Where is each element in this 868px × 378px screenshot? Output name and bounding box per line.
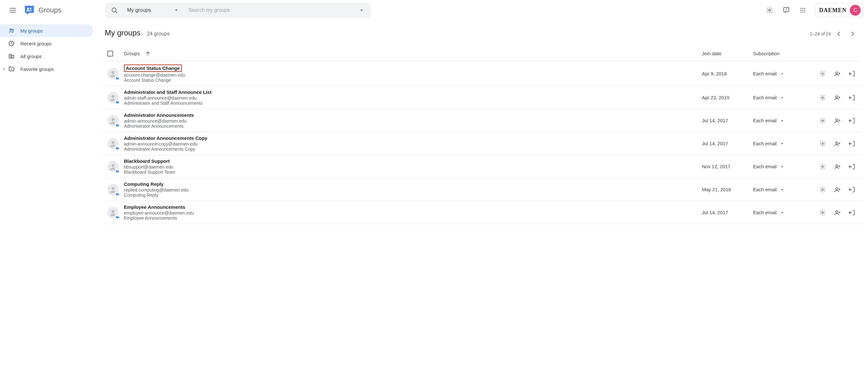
subscription-value: Each email	[753, 164, 777, 169]
search-scope-selector[interactable]: My groups	[121, 3, 185, 18]
search-options-button[interactable]	[355, 4, 368, 17]
sidebar-item-recent-groups[interactable]: Recent groups	[0, 37, 93, 50]
person-add-icon	[834, 117, 841, 124]
select-all-cell	[107, 51, 124, 57]
chevron-down-icon	[779, 210, 785, 216]
add-member-button[interactable]	[832, 68, 843, 80]
add-member-button[interactable]	[832, 207, 843, 218]
leave-group-button[interactable]	[846, 207, 858, 218]
row-actions	[817, 115, 862, 126]
add-member-button[interactable]	[832, 138, 843, 149]
add-member-button[interactable]	[832, 115, 843, 126]
column-join[interactable]: Join date	[702, 51, 753, 56]
sidebar-item-all-groups[interactable]: All groups	[0, 50, 93, 63]
search-icon	[111, 7, 118, 14]
sidebar-item-label: Favorite groups	[21, 66, 54, 72]
product-logo[interactable]: Groups	[23, 4, 103, 17]
search-button[interactable]	[108, 4, 121, 17]
table-row[interactable]: Administrator and Staff Announce Listadm…	[102, 86, 862, 109]
gear-icon	[819, 163, 826, 170]
expand-favorites-button[interactable]	[0, 67, 8, 71]
prev-page-button[interactable]	[832, 27, 845, 40]
group-settings-button[interactable]	[817, 115, 828, 126]
search-input[interactable]	[185, 7, 355, 13]
join-date: Apr 23, 2019	[702, 95, 753, 100]
leave-group-button[interactable]	[846, 115, 858, 126]
feedback-button[interactable]	[779, 3, 793, 17]
next-page-button[interactable]	[846, 27, 859, 40]
add-member-button[interactable]	[832, 184, 843, 195]
group-avatar	[107, 161, 119, 172]
groups-logo-icon	[23, 4, 36, 17]
clock-icon	[8, 40, 15, 46]
subscription-selector[interactable]: Each email	[753, 210, 817, 216]
row-actions	[817, 184, 862, 195]
subscription-selector[interactable]: Each email	[753, 187, 817, 192]
row-avatar-cell	[107, 161, 124, 172]
leave-icon	[848, 117, 856, 124]
column-subscription[interactable]: Subscription	[753, 51, 817, 56]
column-groups-label: Groups	[124, 51, 140, 56]
row-main: Computing Replyreplied.computing@daemen.…	[124, 181, 702, 198]
select-all-checkbox[interactable]	[107, 51, 113, 57]
leave-group-button[interactable]	[846, 68, 858, 80]
subscription-selector[interactable]: Each email	[753, 71, 817, 76]
leave-group-button[interactable]	[846, 184, 858, 195]
table-row[interactable]: Account Status Changeaccount-change@daem…	[102, 61, 862, 86]
group-settings-button[interactable]	[817, 138, 828, 149]
table-row[interactable]: Employee Announcementsemployee-announce@…	[102, 201, 862, 224]
sidebar-item-favorite-groups[interactable]: Favorite groups	[8, 63, 93, 75]
chevron-down-icon	[779, 95, 785, 101]
star-folder-icon	[8, 66, 15, 72]
table-row[interactable]: Computing Replyreplied.computing@daemen.…	[102, 178, 862, 201]
table-row[interactable]: Administrator Announcements Copyadmin-an…	[102, 132, 862, 155]
add-member-button[interactable]	[832, 92, 843, 103]
group-name[interactable]: Administrator and Staff Announce List	[124, 89, 702, 95]
group-description: Account Status Change	[124, 77, 702, 83]
group-name[interactable]: Employee Announcements	[124, 204, 702, 210]
group-settings-button[interactable]	[817, 207, 828, 218]
group-description: Employee Announcements	[124, 216, 702, 221]
chevron-down-icon	[779, 118, 785, 124]
sidebar-item-my-groups[interactable]: My groups	[0, 24, 93, 37]
add-member-button[interactable]	[832, 161, 843, 172]
group-email: admin-announce-copy@daemen.edu	[124, 141, 702, 147]
subscription-selector[interactable]: Each email	[753, 95, 817, 101]
group-name[interactable]: Account Status Change	[124, 64, 182, 72]
group-name[interactable]: Blackboard Support	[124, 158, 702, 164]
sidebar-item-label: Recent groups	[21, 41, 52, 46]
group-settings-button[interactable]	[817, 161, 828, 172]
subscription-selector[interactable]: Each email	[753, 118, 817, 124]
main-menu-button[interactable]	[5, 3, 21, 18]
subscription-selector[interactable]: Each email	[753, 164, 817, 169]
group-settings-button[interactable]	[817, 68, 828, 80]
group-name[interactable]: Administrator Announcements Copy	[124, 135, 702, 141]
leave-group-button[interactable]	[846, 161, 858, 172]
product-name: Groups	[38, 6, 61, 14]
settings-button[interactable]	[763, 3, 777, 17]
table-row[interactable]: Administrator Announcementsadmin-announc…	[102, 109, 862, 132]
group-description: Administrator Announcements Copy	[124, 147, 702, 152]
gear-icon	[819, 70, 826, 77]
chevron-down-icon	[779, 187, 785, 192]
apps-button[interactable]	[796, 3, 810, 17]
row-avatar-cell	[107, 68, 124, 80]
group-settings-button[interactable]	[817, 92, 828, 103]
subscription-selector[interactable]: Each email	[753, 141, 817, 147]
gear-icon	[819, 94, 826, 101]
leave-group-button[interactable]	[846, 138, 858, 149]
gear-icon	[819, 118, 826, 124]
svg-point-21	[27, 8, 29, 9]
group-name[interactable]: Computing Reply	[124, 181, 702, 187]
chevron-right-icon	[849, 30, 856, 37]
account-badge[interactable]: DAEMEN C	[815, 3, 863, 17]
leave-group-button[interactable]	[846, 92, 858, 103]
chevron-down-icon	[779, 164, 785, 169]
person-add-icon	[834, 209, 841, 216]
column-groups[interactable]: Groups	[124, 51, 702, 57]
group-settings-button[interactable]	[817, 184, 828, 195]
feedback-icon	[783, 7, 790, 14]
group-name[interactable]: Administrator Announcements	[124, 113, 702, 118]
table-row[interactable]: Blackboard Supportbbsupport@daemen.eduBl…	[102, 155, 862, 178]
row-main: Account Status Changeaccount-change@daem…	[124, 64, 702, 83]
